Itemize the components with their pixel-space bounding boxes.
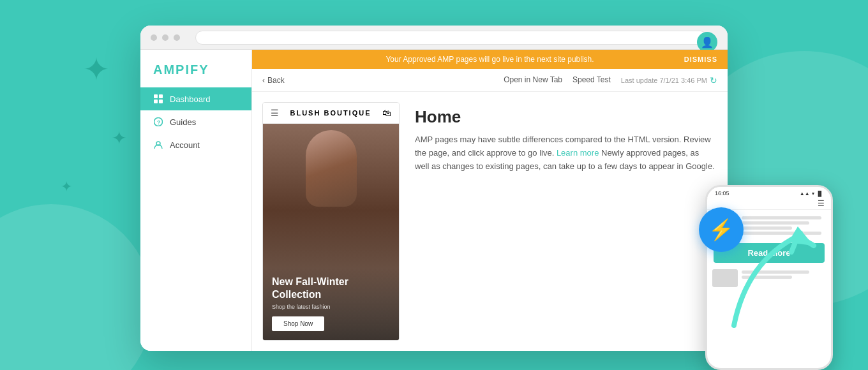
notification-message: Your Approved AMP pages will go live in … [385, 55, 594, 64]
browser-chrome: 👤 [140, 26, 728, 50]
question-icon: ? [153, 117, 163, 127]
mobile-preview: ☰ BLUSH BOUTIQUE 🛍 New Fall-Winter Colle… [262, 102, 400, 341]
signal-icon: ▲▲ [800, 191, 810, 196]
sidebar-item-account[interactable]: Account [140, 133, 251, 156]
open-in-new-tab-link[interactable]: Open in New Tab [504, 75, 562, 85]
notification-bar: Your Approved AMP pages will go live in … [252, 50, 728, 69]
lightning-bolt-icon: ⚡ [708, 219, 734, 240]
shop-now-button[interactable]: Shop Now [272, 316, 324, 331]
phone-time: 16:05 [715, 190, 730, 196]
nav-links: Open in New Tab Speed Test Last update 7… [504, 75, 717, 85]
star-decor-3: ✦ [61, 179, 72, 195]
last-update-text: Last update 7/1/21 3:46 PM ↻ [621, 75, 717, 85]
dismiss-button[interactable]: DISMISS [684, 56, 717, 63]
sidebar-label-guides: Guides [170, 117, 196, 127]
refresh-icon[interactable]: ↻ [710, 75, 717, 85]
page-title: Home [415, 107, 715, 127]
browser-dot-1 [151, 34, 157, 41]
mobile-menu-icon: ☰ [271, 108, 279, 118]
svg-rect-3 [154, 100, 158, 103]
info-panel: Home AMP pages may have subtle differenc… [412, 102, 717, 341]
svg-rect-2 [159, 94, 163, 98]
star-decor-1: ✦ [83, 51, 110, 88]
main-area: Your Approved AMP pages will go live in … [252, 50, 728, 351]
back-label: Back [267, 76, 285, 85]
back-button[interactable]: ‹ Back [262, 76, 285, 85]
page-description: AMP pages may have subtle differences co… [415, 133, 715, 173]
sidebar-label-dashboard: Dashboard [170, 94, 211, 104]
hero-overlay: New Fall-Winter Collection Shop the late… [263, 268, 399, 340]
browser-dot-3 [174, 34, 180, 41]
text-line-1 [742, 216, 821, 219]
back-arrow-icon: ‹ [262, 76, 265, 85]
browser-url-bar[interactable] [195, 31, 707, 45]
last-update-value: Last update 7/1/21 3:46 PM [621, 77, 707, 84]
bg-circle-left [0, 204, 153, 370]
mobile-hero-image: New Fall-Winter Collection Shop the late… [263, 124, 399, 340]
phone-hamburger-icon: ☰ [818, 199, 825, 208]
phone-status-bar: 16:05 ▲▲ ▾ ▐▌ [707, 187, 831, 198]
mobile-header: ☰ BLUSH BOUTIQUE 🛍 [263, 103, 399, 124]
grid-icon [153, 94, 163, 104]
browser-content: AMPIFY Dashboard ? [140, 50, 728, 351]
star-decor-2: ✦ [112, 128, 126, 149]
wifi-icon: ▾ [812, 191, 814, 196]
person-icon [153, 140, 163, 150]
phone-status-icons: ▲▲ ▾ ▐▌ [800, 191, 823, 196]
svg-rect-4 [159, 100, 163, 103]
svg-rect-1 [154, 94, 158, 98]
page-area: ☰ BLUSH BOUTIQUE 🛍 New Fall-Winter Colle… [252, 92, 728, 351]
sidebar: AMPIFY Dashboard ? [140, 50, 252, 351]
svg-text:?: ? [157, 119, 161, 126]
avatar-icon: 👤 [701, 36, 714, 48]
mobile-cart-icon: 🛍 [382, 108, 391, 118]
svg-marker-0 [788, 226, 814, 246]
sidebar-item-guides[interactable]: ? Guides [140, 110, 251, 133]
speed-test-link[interactable]: Speed Test [572, 75, 611, 85]
mobile-shop-name: BLUSH BOUTIQUE [290, 109, 371, 117]
hero-title: New Fall-Winter Collection [272, 276, 390, 301]
app-logo: AMPIFY [140, 57, 251, 87]
battery-icon: ▐▌ [816, 191, 823, 196]
hero-subtitle: Shop the latest fashion [272, 304, 390, 310]
amp-bolt: ⚡ [699, 207, 744, 252]
learn-more-link[interactable]: Learn more [557, 148, 599, 158]
sidebar-item-dashboard[interactable]: Dashboard [140, 87, 251, 110]
top-nav: ‹ Back Open in New Tab Speed Test Last u… [252, 69, 728, 92]
browser-window: 👤 AMPIFY Dashboard [140, 26, 728, 351]
browser-dot-2 [162, 34, 168, 41]
sidebar-label-account: Account [170, 140, 200, 150]
